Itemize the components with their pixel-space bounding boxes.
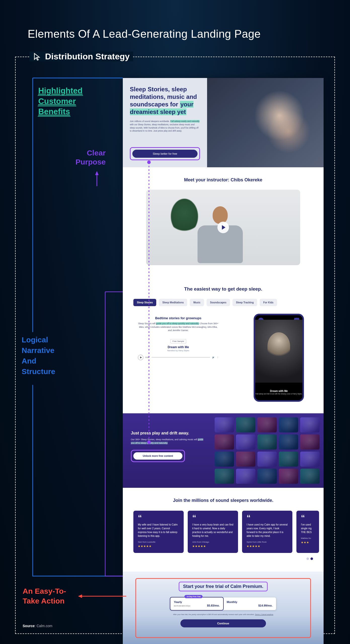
tab-for-kids[interactable]: For Kids <box>260 299 277 306</box>
drift-section: Just press play and drift away. Our 300+… <box>123 413 324 488</box>
sample-track-name: Dream with Me <box>138 345 219 349</box>
testimonials-section: Join the millions of sound sleepers worl… <box>123 488 324 572</box>
content-tile-grid <box>213 413 324 488</box>
purpose-highlight-box: Sleep better for free <box>130 147 200 160</box>
audio-timestamp: 0:00 <box>145 356 149 358</box>
content-tile[interactable] <box>300 417 320 432</box>
content-tile[interactable] <box>236 434 255 450</box>
anno-action: An Easy-To- Take Action <box>23 586 66 606</box>
star-rating: ★★★★★ <box>138 545 179 548</box>
drift-cta-button[interactable]: Unlock more free content <box>133 452 182 460</box>
phone-artwork <box>255 320 302 383</box>
anno-narrative: Logical Narrative And Structure <box>22 335 55 377</box>
testimonials-title: Join the millions of sound sleepers worl… <box>133 498 313 503</box>
deep-sleep-section: The easiest way to get deep sleep. Sleep… <box>123 278 324 413</box>
content-tile[interactable] <box>215 434 234 450</box>
play-icon[interactable] <box>217 222 229 233</box>
content-tile[interactable] <box>215 469 234 484</box>
content-tile[interactable] <box>279 469 298 484</box>
quote-icon: “ <box>247 516 288 520</box>
content-tile[interactable] <box>279 452 298 467</box>
continue-button[interactable]: Continue <box>180 619 266 627</box>
hero-subcopy: Join millions of sound sleepers worldwid… <box>130 120 200 133</box>
anno-benefits: Highlighted Customer Benefits <box>38 86 83 117</box>
cursor-icon <box>33 52 42 61</box>
testimonial-card: “ I have a very busy brain and can find … <box>188 511 238 553</box>
phone-mock: Dream with Me Fall asleep and fall in lo… <box>254 314 304 402</box>
volume-icon[interactable]: 🔊 <box>212 356 215 358</box>
content-tile[interactable] <box>215 417 234 432</box>
plan-yearly[interactable]: Yearly $179.88 $69.99/yr.$5.83/mo. <box>170 597 223 610</box>
content-tile[interactable] <box>257 452 277 467</box>
content-tile[interactable] <box>236 452 255 467</box>
audio-menu-icon[interactable]: ⋮ <box>217 356 219 358</box>
star-rating: ★★★ <box>301 541 315 544</box>
instructor-section: Meet your instructor: Chibs Okereke <box>123 167 324 278</box>
quote-icon: “ <box>192 516 234 520</box>
trial-section: Start your free trial of Calm Premium. 1… <box>123 572 324 644</box>
story-copy: Bedtime stories for grownups Sleep Stori… <box>133 314 223 363</box>
plan-monthly[interactable]: Monthly $14.99/mo. <box>223 597 276 610</box>
content-tile[interactable] <box>300 434 320 450</box>
trial-footnote: After your free trial, the yearly subscr… <box>135 614 311 615</box>
quote-icon: “ <box>301 516 315 520</box>
tab-sleep-meditations[interactable]: Sleep Meditations <box>159 299 187 306</box>
story-heading: Bedtime stories for grownups <box>138 316 219 320</box>
purpose-highlight-box-3: Start your free trial of Calm Premium. <box>179 582 267 591</box>
anno-purpose: Clear Purpose <box>63 148 106 167</box>
terms-link[interactable]: Terms | Cancel anytime <box>255 614 273 615</box>
instructor-title: Meet your instructor: Chibs Okereke <box>123 177 324 183</box>
hero-title: Sleep Stories, sleep meditations, music … <box>130 86 200 116</box>
landing-page-mock: Sleep Stories, sleep meditations, music … <box>123 78 324 644</box>
testimonial-card-partial: “ I've used single nig THE BES Mathieu f… <box>296 511 319 553</box>
audio-player[interactable]: 0:00 🔊 ⋮ <box>138 355 219 360</box>
audio-play-icon[interactable] <box>138 355 143 360</box>
phone-track-sub: Fall asleep and fall in love with the dr… <box>255 393 302 395</box>
instructor-video[interactable] <box>146 190 300 265</box>
content-tile[interactable] <box>236 469 255 484</box>
pricing-toggle[interactable]: 14-Day Free Trial Yearly $179.88 $69.99/… <box>170 597 276 610</box>
testimonial-card: “ My wife and I have listened to Calm fo… <box>133 511 184 553</box>
deep-title: The easiest way to get deep sleep. <box>133 286 313 292</box>
story-paragraph: Sleep Stories will guide you off to slee… <box>138 322 219 332</box>
content-tile[interactable] <box>279 434 298 450</box>
phone-track-title: Dream with Me <box>255 390 302 392</box>
content-tile[interactable] <box>257 417 277 432</box>
audio-scrubber[interactable] <box>151 357 210 358</box>
tab-music[interactable]: Music <box>190 299 204 306</box>
content-tile[interactable] <box>257 469 277 484</box>
star-rating: ★★★★★ <box>247 545 288 548</box>
free-trial-badge: 14-Day Free Trial <box>184 595 203 598</box>
sample-badge: Free Sample <box>170 339 186 343</box>
distribution-label: Distribution Strategy <box>45 52 130 61</box>
drift-paragraph: Our 300+ Sleep Stories, sleep meditation… <box>131 438 205 445</box>
content-tile[interactable] <box>257 434 277 450</box>
content-tile[interactable] <box>236 417 255 432</box>
tab-soundscapes[interactable]: Soundscapes <box>207 299 230 306</box>
star-rating: ★★★★★ <box>192 545 234 548</box>
hero-image <box>207 78 324 167</box>
content-tile[interactable] <box>215 452 234 467</box>
hero-copy: Sleep Stories, sleep meditations, music … <box>123 78 207 167</box>
quote-icon: “ <box>138 516 179 520</box>
tab-sleep-tracking[interactable]: Sleep Tracking <box>232 299 257 306</box>
infographic-canvas: Elements Of A Lead-Generating Landing Pa… <box>0 0 350 644</box>
tab-sleep-stories[interactable]: Sleep Stories <box>133 299 156 306</box>
content-tile[interactable] <box>300 469 320 484</box>
category-tabs: Sleep Stories Sleep Meditations Music So… <box>133 299 313 306</box>
content-tile[interactable] <box>279 417 298 432</box>
source-citation: Source: Calm.com <box>23 624 52 628</box>
carousel-dots[interactable] <box>133 556 313 561</box>
content-tile[interactable] <box>300 452 320 467</box>
testimonial-card: “ I have used my Calm app for several ye… <box>242 511 292 553</box>
trial-heading: Start your free trial of Calm Premium. <box>181 583 265 590</box>
drift-heading: Just press play and drift away. <box>131 431 205 435</box>
distribution-header: Distribution Strategy <box>29 52 133 61</box>
page-title: Elements Of A Lead-Generating Landing Pa… <box>28 28 322 40</box>
purpose-highlight-box-2: Unlock more free content <box>131 450 185 462</box>
hero-cta-button[interactable]: Sleep better for free <box>132 150 198 158</box>
sample-narrator: Narrated by Harry Styles <box>138 349 219 352</box>
hero-section: Sleep Stories, sleep meditations, music … <box>123 78 324 167</box>
